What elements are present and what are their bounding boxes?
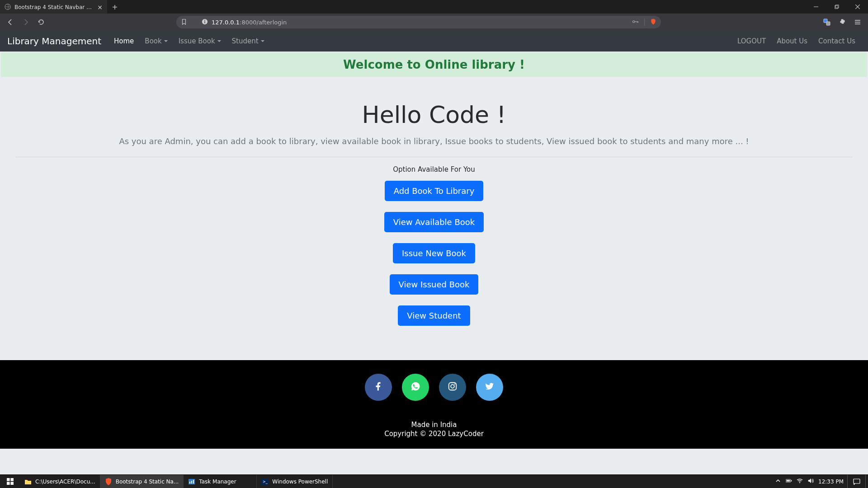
ps-icon: >_ (261, 478, 269, 485)
taskbar-task-label: Windows PowerShell (272, 479, 328, 485)
taskbar-task[interactable]: >_Windows PowerShell (257, 475, 333, 488)
tray-volume-icon[interactable] (807, 478, 814, 485)
svg-rect-21 (7, 478, 10, 481)
brand[interactable]: Library Management (7, 36, 101, 47)
brave-shields-icon[interactable] (650, 19, 656, 26)
taskbar-task-label: C:\Users\ACER\Docu... (35, 479, 95, 485)
address-bar[interactable]: 127.0.0.1:8000/afterlogin (176, 16, 661, 28)
password-key-icon[interactable] (632, 19, 639, 26)
translate-icon[interactable] (820, 15, 834, 29)
nav-label: Issue Book (179, 37, 215, 45)
taskbar-task-label: Bootstrap 4 Static Na... (116, 479, 179, 485)
taskbar-task-label: Task Manager (199, 479, 236, 485)
footer: Made in India Copyright © 2020 LazyCoder (0, 360, 868, 449)
view-student-button[interactable]: View Student (398, 305, 470, 326)
svg-rect-2 (835, 6, 838, 9)
extensions-icon[interactable] (835, 15, 849, 29)
svg-rect-32 (791, 480, 792, 481)
close-window-button[interactable] (847, 0, 868, 14)
hero-banner: Welcome to Online library ! (1, 52, 867, 77)
browser-toolbar: 127.0.0.1:8000/afterlogin (0, 14, 868, 31)
view-available-book-button[interactable]: View Available Book (384, 212, 484, 232)
footer-copyright: Copyright © 2020 LazyCoder (0, 430, 868, 438)
url-text: 127.0.0.1:8000/afterlogin (212, 19, 287, 26)
system-tray[interactable]: 12:33 PM (771, 475, 847, 488)
taskbar-task[interactable]: Bootstrap 4 Static Na... (100, 475, 184, 488)
issue-new-book-button[interactable]: Issue New Book (393, 243, 475, 263)
svg-rect-3 (836, 5, 839, 8)
new-tab-button[interactable]: + (107, 0, 123, 14)
taskbar-task[interactable]: Task Manager (184, 475, 257, 488)
add-book-to-library-button[interactable]: Add Book To Library (385, 181, 484, 201)
footer-made-in: Made in India (0, 421, 868, 429)
twitter-icon (485, 381, 495, 393)
tray-wifi-icon[interactable] (797, 478, 803, 485)
chevron-down-icon (217, 40, 221, 44)
nav-book[interactable]: Book (139, 31, 173, 52)
page-viewport: Library Management HomeBookIssue BookStu… (0, 31, 868, 474)
svg-rect-33 (787, 480, 790, 481)
whatsapp-icon (410, 381, 420, 393)
svg-rect-23 (7, 482, 10, 485)
svg-text:>_: >_ (263, 480, 268, 484)
maximize-button[interactable] (826, 0, 847, 14)
svg-rect-35 (854, 479, 860, 483)
windows-taskbar: C:\Users\ACER\Docu...Bootstrap 4 Static … (0, 474, 868, 488)
facebook-icon (373, 381, 383, 393)
show-desktop-button[interactable] (865, 475, 868, 488)
nav-label: Book (145, 37, 161, 45)
task-icon (188, 478, 195, 485)
svg-point-34 (799, 483, 800, 483)
instagram-link[interactable] (439, 374, 466, 401)
facebook-link[interactable] (365, 374, 392, 401)
nav-home[interactable]: Home (108, 31, 139, 52)
reload-button[interactable] (34, 15, 48, 29)
svg-rect-28 (193, 480, 194, 483)
notifications-button[interactable] (847, 475, 865, 488)
instagram-icon (448, 381, 458, 393)
svg-rect-22 (10, 478, 14, 481)
page-heading: Hello Code ! (15, 101, 853, 128)
tray-clock[interactable]: 12:33 PM (818, 479, 844, 485)
twitter-link[interactable] (476, 374, 503, 401)
hero-title: Welcome to Online library ! (343, 58, 525, 71)
svg-rect-24 (10, 482, 14, 485)
chevron-down-icon (261, 40, 264, 44)
nav-label: Home (114, 37, 134, 45)
browser-menu-icon[interactable] (851, 15, 864, 29)
svg-point-20 (454, 384, 455, 385)
lead-text: As you are Admin, you can add a book to … (15, 136, 853, 146)
svg-rect-14 (826, 22, 830, 25)
main-content: Hello Code ! As you are Admin, you can a… (0, 78, 868, 341)
tab-favicon-icon (5, 4, 11, 11)
nav-about-us[interactable]: About Us (771, 31, 813, 52)
svg-rect-27 (191, 481, 192, 483)
tray-chevron-up-icon[interactable] (775, 478, 781, 485)
browser-titlebar: Bootstrap 4 Static Navbar with Dro × + (0, 0, 868, 14)
nav-contact-us[interactable]: Contact Us (813, 31, 861, 52)
svg-point-9 (633, 20, 635, 22)
nav-logout[interactable]: LOGOUT (732, 31, 771, 52)
minimize-button[interactable] (806, 0, 826, 14)
start-button[interactable] (0, 475, 20, 488)
bookmark-icon[interactable] (181, 19, 187, 26)
nav-student[interactable]: Student (226, 31, 270, 52)
back-button[interactable] (4, 15, 17, 29)
divider (15, 157, 853, 157)
svg-point-8 (204, 20, 205, 21)
svg-point-19 (451, 385, 454, 388)
tab-title: Bootstrap 4 Static Navbar with Dro (14, 4, 94, 10)
folder-icon (24, 478, 32, 485)
tray-battery-icon[interactable] (786, 478, 792, 485)
whatsapp-link[interactable] (402, 374, 429, 401)
brave-icon (105, 478, 112, 485)
nav-issue-book[interactable]: Issue Book (173, 31, 226, 52)
forward-button[interactable] (19, 15, 33, 29)
browser-tab[interactable]: Bootstrap 4 Static Navbar with Dro × (0, 0, 107, 14)
chevron-down-icon (164, 40, 168, 44)
svg-rect-7 (204, 21, 205, 23)
taskbar-task[interactable]: C:\Users\ACER\Docu... (20, 475, 100, 488)
tab-close-icon[interactable]: × (97, 4, 103, 11)
site-info-icon[interactable] (202, 19, 208, 26)
view-issued-book-button[interactable]: View Issued Book (390, 274, 479, 295)
